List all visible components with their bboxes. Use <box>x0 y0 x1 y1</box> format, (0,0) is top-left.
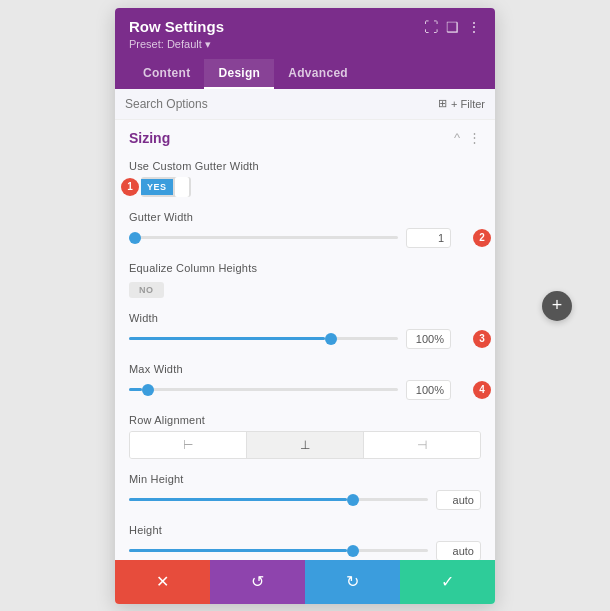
field-max-width: Max Width 100% 4 <box>129 363 481 400</box>
tabs-bar: Content Design Advanced <box>115 59 495 89</box>
cancel-button[interactable]: ✕ <box>115 560 210 604</box>
copy-icon[interactable]: ❑ <box>446 20 459 34</box>
section-title: Sizing <box>129 130 170 146</box>
min-height-thumb[interactable] <box>347 494 359 506</box>
row-alignment-label: Row Alignment <box>129 414 481 426</box>
tab-content[interactable]: Content <box>129 59 204 89</box>
gutter-slider-row: 1 2 <box>129 228 481 248</box>
min-height-fill <box>129 498 347 501</box>
width-label: Width <box>129 312 481 324</box>
section-icons: ^ ⋮ <box>454 130 481 145</box>
width-slider-row: 100% 3 <box>129 329 481 349</box>
redo-button[interactable]: ↻ <box>305 560 400 604</box>
header-left: Row Settings Preset: Default ▾ <box>129 18 224 51</box>
panel-title: Row Settings <box>129 18 224 36</box>
equalize-label: Equalize Column Heights <box>129 262 481 274</box>
width-value[interactable]: 100% <box>406 329 451 349</box>
badge-2: 2 <box>473 229 491 247</box>
search-bar: ⊞ + Filter <box>115 89 495 120</box>
panel-header: Row Settings Preset: Default ▾ ⛶ ❑ ⋮ <box>115 8 495 59</box>
align-right-btn[interactable]: ⊣ <box>364 432 480 458</box>
gutter-width-label: Gutter Width <box>129 211 481 223</box>
filter-button[interactable]: ⊞ + Filter <box>438 97 485 110</box>
height-fill <box>129 549 347 552</box>
height-value[interactable]: auto <box>436 541 481 560</box>
height-track <box>129 549 428 552</box>
max-width-value[interactable]: 100% <box>406 380 451 400</box>
bottom-toolbar: ✕ ↺ ↻ ✓ <box>115 560 495 604</box>
max-width-fill <box>129 388 142 391</box>
tab-advanced[interactable]: Advanced <box>274 59 362 89</box>
filter-label: + Filter <box>451 98 485 110</box>
toggle-yes-switch[interactable]: YES <box>141 177 191 197</box>
min-height-label: Min Height <box>129 473 481 485</box>
toggle-row: 1 YES <box>129 177 481 197</box>
no-toggle-wrap: NO <box>129 279 481 298</box>
toggle-handle <box>175 177 189 197</box>
min-height-track <box>129 498 428 501</box>
max-width-label: Max Width <box>129 363 481 375</box>
search-input[interactable] <box>125 97 438 111</box>
gutter-value[interactable]: 1 <box>406 228 451 248</box>
badge-4: 4 <box>473 381 491 399</box>
max-width-thumb[interactable] <box>142 384 154 396</box>
min-height-slider-row: auto <box>129 490 481 510</box>
section-header: Sizing ^ ⋮ <box>129 130 481 150</box>
gutter-track <box>129 236 398 239</box>
field-custom-gutter: Use Custom Gutter Width 1 YES <box>129 160 481 197</box>
custom-gutter-label: Use Custom Gutter Width <box>129 160 481 172</box>
field-min-height: Min Height auto <box>129 473 481 510</box>
row-settings-panel: Row Settings Preset: Default ▾ ⛶ ❑ ⋮ Con… <box>115 8 495 604</box>
toggle-no-switch[interactable]: NO <box>129 282 164 298</box>
gutter-thumb[interactable] <box>129 232 141 244</box>
panel-subtitle: Preset: Default ▾ <box>129 38 224 51</box>
fullscreen-icon[interactable]: ⛶ <box>424 20 438 34</box>
field-row-alignment: Row Alignment ⊢ ⊥ ⊣ <box>129 414 481 459</box>
min-height-value[interactable]: auto <box>436 490 481 510</box>
badge-3: 3 <box>473 330 491 348</box>
align-center-btn[interactable]: ⊥ <box>247 432 364 458</box>
collapse-icon[interactable]: ^ <box>454 130 460 145</box>
badge-1: 1 <box>121 178 139 196</box>
alignment-buttons: ⊢ ⊥ ⊣ <box>129 431 481 459</box>
floating-add-button[interactable]: + <box>542 291 572 321</box>
header-icons: ⛶ ❑ ⋮ <box>424 20 481 34</box>
section-more-icon[interactable]: ⋮ <box>468 130 481 145</box>
undo-button[interactable]: ↺ <box>210 560 305 604</box>
field-gutter-width: Gutter Width 1 2 <box>129 211 481 248</box>
field-width: Width 100% 3 <box>129 312 481 349</box>
field-height: Height auto <box>129 524 481 560</box>
max-width-slider-row: 100% 4 <box>129 380 481 400</box>
height-label: Height <box>129 524 481 536</box>
width-thumb[interactable] <box>325 333 337 345</box>
align-left-btn[interactable]: ⊢ <box>130 432 247 458</box>
width-fill <box>129 337 325 340</box>
panel-content: Sizing ^ ⋮ Use Custom Gutter Width 1 YES… <box>115 120 495 560</box>
width-track <box>129 337 398 340</box>
save-button[interactable]: ✓ <box>400 560 495 604</box>
filter-icon: ⊞ <box>438 97 447 110</box>
field-equalize-heights: Equalize Column Heights NO <box>129 262 481 298</box>
more-options-icon[interactable]: ⋮ <box>467 20 481 34</box>
height-thumb[interactable] <box>347 545 359 557</box>
height-slider-row: auto <box>129 541 481 560</box>
toggle-yes-label: YES <box>141 179 173 195</box>
tab-design[interactable]: Design <box>204 59 274 89</box>
max-width-track <box>129 388 398 391</box>
